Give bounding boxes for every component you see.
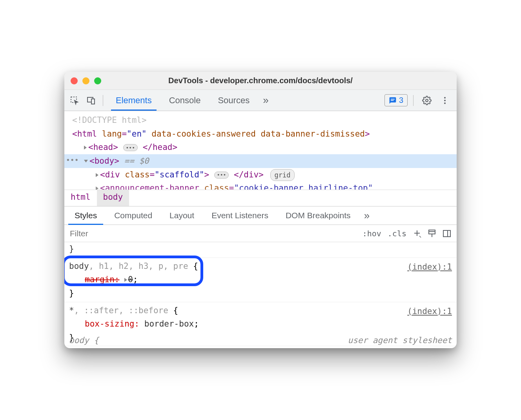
svg-point-5 bbox=[426, 99, 428, 102]
minimize-window-button[interactable] bbox=[82, 77, 89, 84]
main-tabs: Elements Console Sources » bbox=[107, 90, 273, 111]
device-toolbar-button[interactable] bbox=[83, 93, 99, 108]
styles-rules-panel: } (index):1 body, h1, h2, h3, p, pre { m… bbox=[64, 242, 457, 348]
style-rule[interactable]: (index):1 body, h1, h2, h3, p, pre { mar… bbox=[64, 258, 457, 302]
rule-source-link[interactable]: (index):1 bbox=[407, 260, 452, 274]
dom-doctype[interactable]: <!DOCTYPE html> bbox=[64, 113, 457, 127]
tab-dom-breakpoints[interactable]: DOM Breakpoints bbox=[277, 206, 359, 225]
window-title: DevTools - developer.chrome.com/docs/dev… bbox=[64, 76, 457, 85]
titlebar: DevTools - developer.chrome.com/docs/dev… bbox=[64, 72, 457, 90]
filter-bar: :hov .cls bbox=[64, 225, 457, 242]
computed-sidebar-toggle[interactable] bbox=[441, 228, 453, 239]
svg-rect-4 bbox=[391, 100, 394, 101]
devtools-window: DevTools - developer.chrome.com/docs/dev… bbox=[64, 72, 457, 348]
toolbar-right: 3 bbox=[384, 93, 454, 108]
tab-styles[interactable]: Styles bbox=[66, 206, 106, 225]
tab-event-listeners[interactable]: Event Listeners bbox=[203, 206, 277, 225]
panel-icon bbox=[442, 229, 452, 238]
kebab-icon bbox=[440, 96, 450, 105]
issues-badge[interactable]: 3 bbox=[384, 94, 408, 106]
expand-icon[interactable] bbox=[84, 146, 87, 150]
toolbar-separator bbox=[413, 95, 414, 106]
breadcrumb-body[interactable]: body bbox=[97, 190, 129, 206]
tab-console[interactable]: Console bbox=[160, 90, 209, 111]
filter-tools: :hov .cls bbox=[361, 228, 457, 239]
svg-point-7 bbox=[444, 100, 446, 101]
more-styles-tabs-button[interactable]: » bbox=[359, 210, 374, 222]
paint-icon bbox=[427, 229, 437, 238]
expand-shorthand-icon[interactable] bbox=[124, 278, 127, 282]
css-declaration[interactable]: box-sizing: border-box; bbox=[69, 317, 452, 331]
expand-icon[interactable] bbox=[96, 173, 98, 177]
tab-elements[interactable]: Elements bbox=[107, 90, 160, 111]
more-tabs-button[interactable]: » bbox=[258, 90, 273, 111]
traffic-lights bbox=[71, 77, 101, 84]
tab-layout[interactable]: Layout bbox=[161, 206, 203, 225]
inspect-element-button[interactable] bbox=[67, 93, 82, 108]
dom-html-open[interactable]: <html lang="en" data-cookies-answered da… bbox=[64, 127, 457, 141]
dom-body-selected[interactable]: ••• <body> == $0 bbox=[64, 154, 457, 168]
svg-rect-3 bbox=[391, 99, 395, 99]
svg-point-6 bbox=[444, 97, 446, 99]
maximize-window-button[interactable] bbox=[94, 77, 101, 84]
device-styles-button[interactable] bbox=[426, 228, 438, 239]
row-actions-icon[interactable]: ••• bbox=[66, 154, 79, 166]
svg-rect-14 bbox=[443, 230, 450, 237]
settings-button[interactable] bbox=[419, 93, 435, 108]
dom-tree-panel[interactable]: <!DOCTYPE html> <html lang="en" data-coo… bbox=[64, 111, 457, 190]
cls-toggle[interactable]: .cls bbox=[386, 228, 408, 239]
dom-announcement-partial[interactable]: <announcement-banner class="cookie-banne… bbox=[64, 181, 457, 190]
plus-icon bbox=[412, 229, 422, 238]
tab-sources[interactable]: Sources bbox=[209, 90, 258, 111]
kebab-menu-button[interactable] bbox=[437, 93, 453, 108]
toolbar-separator bbox=[103, 95, 103, 106]
hov-toggle[interactable]: :hov bbox=[361, 228, 383, 239]
issues-icon bbox=[389, 97, 397, 104]
close-window-button[interactable] bbox=[71, 77, 78, 84]
dom-head[interactable]: <head> ••• </head> bbox=[64, 141, 457, 154]
main-toolbar: Elements Console Sources » 3 bbox=[64, 90, 457, 111]
css-declaration[interactable]: margin: 0; bbox=[69, 273, 452, 287]
breadcrumb-html[interactable]: html bbox=[64, 190, 97, 206]
styles-filter-input[interactable] bbox=[64, 225, 361, 242]
new-style-rule-button[interactable] bbox=[411, 228, 423, 239]
styles-tabs: Styles Computed Layout Event Listeners D… bbox=[64, 206, 457, 225]
issues-count: 3 bbox=[399, 96, 403, 105]
rule-peek: body { bbox=[69, 334, 99, 347]
dom-div-scaffold[interactable]: <div class="scaffold"> ••• </div> grid bbox=[64, 168, 457, 182]
svg-point-8 bbox=[444, 102, 446, 104]
grid-badge[interactable]: grid bbox=[270, 169, 295, 181]
expand-icon[interactable] bbox=[96, 186, 98, 190]
rule-source-link[interactable]: (index):1 bbox=[407, 305, 452, 318]
gear-icon bbox=[422, 96, 432, 105]
svg-rect-2 bbox=[91, 99, 95, 104]
tab-computed[interactable]: Computed bbox=[106, 206, 161, 225]
ellipsis-icon[interactable]: ••• bbox=[123, 144, 138, 151]
ellipsis-icon[interactable]: ••• bbox=[214, 172, 229, 179]
breadcrumb-bar: html body bbox=[64, 190, 457, 206]
style-rule[interactable]: } bbox=[64, 242, 457, 258]
collapse-icon[interactable] bbox=[84, 160, 88, 163]
user-agent-note: user agent stylesheet bbox=[348, 334, 452, 347]
